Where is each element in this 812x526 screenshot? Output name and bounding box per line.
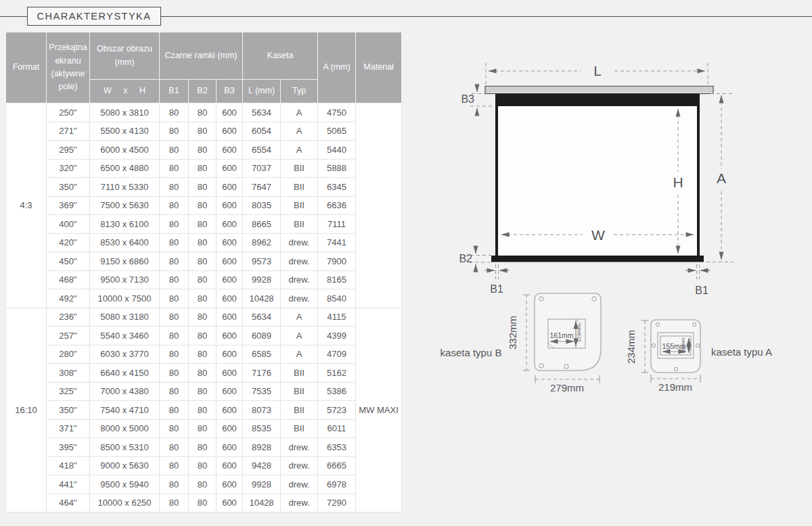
dimension-A-label: A: [717, 170, 726, 186]
table-row: 350''7540 x 471080806008073BII5723: [6, 401, 402, 420]
table-row: 350''7110 x 533080806007647BII6345: [6, 178, 402, 197]
cell-a: 4709: [318, 345, 356, 364]
cell-image-area: 8130 x 6100: [90, 215, 160, 234]
cell-l: 9428: [243, 456, 281, 475]
material-cell: [356, 103, 402, 308]
cell-image-area: 7500 x 5630: [90, 196, 160, 215]
cell-typ: drew.: [281, 494, 318, 512]
cell-b3: 600: [217, 345, 243, 364]
col-header-b2: B2: [189, 80, 217, 103]
cell-typ: drew.: [281, 456, 318, 475]
cell-typ: drew.: [281, 438, 318, 457]
format-cell: 16:10: [6, 308, 47, 512]
cell-diagonal: 271'': [47, 122, 90, 141]
cell-typ: drew.: [281, 289, 318, 308]
table-row: 320''6500 x 488080806007037BII5888: [6, 159, 402, 178]
cell-a: 6665: [318, 456, 356, 475]
cell-image-area: 10000 x 7500: [90, 289, 160, 308]
cell-l: 9928: [243, 475, 281, 494]
cell-image-area: 5500 x 4130: [90, 122, 160, 141]
cell-a: 8165: [318, 270, 356, 289]
cell-typ: A: [281, 122, 318, 141]
cell-diagonal: 450'': [47, 252, 90, 271]
cell-b3: 600: [217, 233, 243, 252]
cell-diagonal: 400'': [47, 215, 90, 234]
cell-diagonal: 420'': [47, 233, 90, 252]
cell-b3: 600: [217, 475, 243, 494]
cell-image-area: 7000 x 4380: [90, 382, 160, 401]
cell-a: 5162: [318, 364, 356, 383]
cell-image-area: 5080 x 3180: [90, 308, 160, 327]
cell-image-area: 6000 x 4500: [90, 141, 160, 160]
cell-l: 5634: [243, 103, 281, 122]
cell-a: 5386: [318, 382, 356, 401]
cell-diagonal: 350'': [47, 178, 90, 197]
material-cell: MW MAXI: [356, 308, 402, 512]
cell-image-area: 9000 x 5630: [90, 456, 160, 475]
cell-diagonal: 350'': [47, 401, 90, 420]
cell-typ: BII: [281, 401, 318, 420]
cell-a: 8540: [318, 289, 356, 308]
cell-b3: 600: [217, 103, 243, 122]
cell-typ: BII: [281, 196, 318, 215]
cell-image-area: 6500 x 4880: [90, 159, 160, 178]
cell-b1: 80: [160, 270, 189, 289]
cell-b1: 80: [160, 382, 189, 401]
cell-b2: 80: [189, 159, 217, 178]
cell-typ: drew.: [281, 270, 318, 289]
cell-image-area: 8000 x 5000: [90, 419, 160, 438]
cell-a: 6978: [318, 475, 356, 494]
cell-b2: 80: [189, 289, 217, 308]
cell-l: 6585: [243, 345, 281, 364]
col-header-a: A (mm): [318, 32, 356, 103]
table-row: 308''6640 x 415080806007176BII5162: [6, 364, 402, 383]
cell-diagonal: 280'': [47, 345, 90, 364]
section-title: CHARAKTERYSTYKA: [37, 11, 152, 22]
cell-b3: 600: [217, 494, 243, 512]
cell-a: 4399: [318, 327, 356, 345]
screen-bottom-slat: [491, 256, 704, 262]
cell-b1: 80: [160, 475, 189, 494]
table-row: 492''10000 x 7500808060010428drew.8540: [6, 289, 402, 308]
col-header-black-frames: Czarne ramki (mm): [160, 32, 243, 80]
cell-a: 7290: [318, 494, 356, 512]
cell-b2: 80: [189, 141, 217, 160]
cell-diagonal: 250'': [47, 103, 90, 122]
cell-l: 8928: [243, 438, 281, 457]
cell-diagonal: 295'': [47, 141, 90, 160]
table-row: 420''8530 x 640080806008962drew.7441: [6, 233, 402, 252]
cell-b1: 80: [160, 308, 189, 327]
cell-a: 5440: [318, 141, 356, 160]
cell-typ: drew.: [281, 233, 318, 252]
cell-l: 6089: [243, 327, 281, 345]
screen-diagram: L H W A B3 B2: [406, 0, 812, 526]
cell-b2: 80: [189, 103, 217, 122]
cassette-a-caption: kaseta typu A: [711, 346, 772, 358]
section-title-box: CHARAKTERYSTYKA: [27, 7, 161, 26]
dimension-L-label: L: [593, 63, 602, 78]
cell-b2: 80: [189, 475, 217, 494]
cell-image-area: 8500 x 5310: [90, 438, 160, 457]
col-header-wxh: W x H: [90, 80, 160, 103]
col-header-format: Format: [6, 32, 47, 103]
cell-b2: 80: [189, 233, 217, 252]
cell-b3: 600: [217, 289, 243, 308]
cell-b2: 80: [189, 419, 217, 438]
cell-b2: 80: [189, 270, 217, 289]
cell-image-area: 7110 x 5330: [90, 178, 160, 197]
cell-b3: 600: [217, 438, 243, 457]
cell-b3: 600: [217, 252, 243, 271]
cell-a: 4115: [318, 308, 356, 327]
cell-b1: 80: [160, 196, 189, 215]
table-row: 395''8500 x 531080806008928drew.6353: [6, 438, 402, 457]
table-row: 257''5540 x 346080806006089A4399: [6, 327, 402, 345]
cell-b2: 80: [189, 327, 217, 345]
table-row: 295''6000 x 450080806006554A5440: [6, 141, 402, 160]
cell-image-area: 8530 x 6400: [90, 233, 160, 252]
cell-a: 5723: [318, 401, 356, 420]
table-row: 4:3250''5080 x 381080806005634A4750: [6, 103, 402, 122]
cassette-a-slot-height-label: 88mm: [680, 338, 686, 354]
col-header-kaseta: Kaseta: [243, 32, 318, 80]
cell-image-area: 9150 x 6860: [90, 252, 160, 271]
table-row: 450''9150 x 686080806009573drew.7900: [6, 252, 402, 271]
